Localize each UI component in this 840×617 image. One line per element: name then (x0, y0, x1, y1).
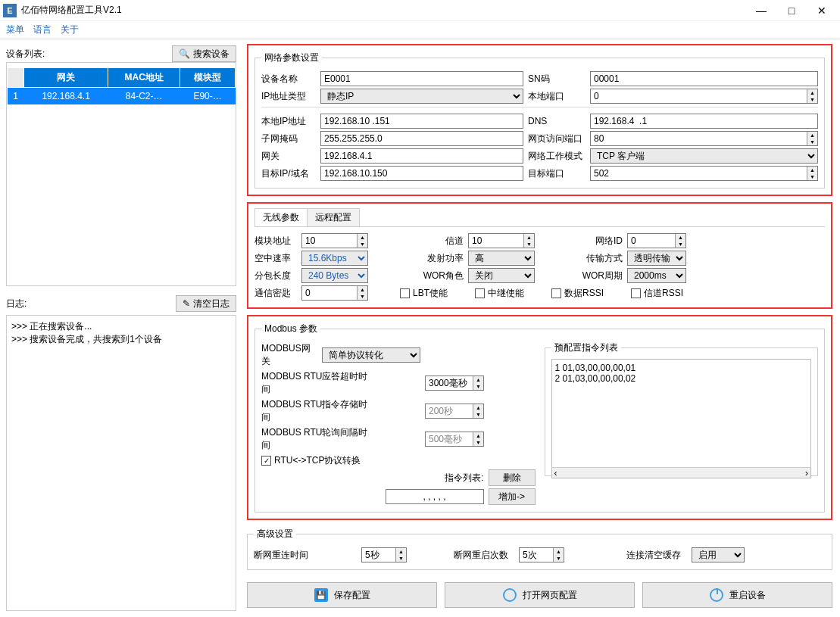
checkbox-icon (631, 288, 641, 298)
web-port-input[interactable] (590, 131, 818, 146)
menu-about[interactable]: 关于 (61, 23, 79, 36)
table-row[interactable]: 1 192.168.4.1 84-C2-… E90-… (8, 88, 236, 105)
log-box[interactable]: >>> 正在搜索设备... >>> 搜索设备完成，共搜索到1个设备 (6, 315, 236, 611)
save-icon: 💾 (314, 588, 328, 602)
device-table-container[interactable]: 网关 MAC地址 模块型 1 192.168.4.1 84-C2-… E90-… (6, 62, 236, 286)
close-button[interactable]: ✕ (807, 1, 837, 20)
ip-type-label: IP地址类型 (261, 90, 316, 103)
spinner-icon[interactable]: ▲▼ (357, 234, 367, 248)
menu-main[interactable]: 菜单 (6, 23, 24, 36)
commkey-label: 通信密匙 (254, 287, 297, 300)
restart-device-button[interactable]: 重启设备 (642, 582, 832, 608)
gateway-label: 网关 (261, 150, 316, 163)
device-name-input[interactable] (320, 71, 523, 86)
preconfig-item[interactable]: 2 01,03,00,00,00,02 (555, 373, 808, 384)
work-mode-select[interactable]: TCP 客户端 (590, 148, 818, 164)
delete-label: 删除 (503, 472, 521, 485)
clear-cache-label: 连接清空缓存 (626, 549, 687, 562)
work-mode-label: 网络工作模式 (528, 150, 586, 163)
spinner-icon[interactable]: ▲▼ (553, 548, 564, 562)
clear-cache-select[interactable]: 启用 (692, 547, 745, 562)
txpower-label: 发射功率 (421, 252, 464, 265)
airrate-select[interactable]: 15.6Kbps (301, 251, 368, 266)
search-device-label: 搜索设备 (193, 48, 230, 61)
tab-remote[interactable]: 远程配置 (307, 208, 360, 226)
scroll-right-icon[interactable]: › (805, 468, 808, 478)
dns-input[interactable] (590, 114, 818, 129)
worrole-select[interactable]: 关闭 (468, 268, 535, 283)
power-icon (710, 588, 723, 602)
modbus-gw-select[interactable]: 简单协议转化 (322, 347, 420, 363)
scrollbar-horizontal[interactable]: ‹› (552, 467, 811, 478)
add-label: 增加-> (498, 491, 525, 503)
target-ip-input[interactable] (320, 166, 523, 181)
txpower-select[interactable]: 高 (468, 251, 535, 266)
spinner-icon[interactable]: ▲▼ (675, 234, 685, 248)
spinner-icon[interactable]: ▲▼ (807, 167, 817, 180)
spinner-icon[interactable]: ▲▼ (807, 89, 817, 103)
lbt-checkbox[interactable]: LBT使能 (400, 287, 448, 300)
cell-mac: 84-C2-… (108, 88, 180, 105)
spinner-icon[interactable]: ▲▼ (807, 132, 817, 145)
local-port-input[interactable] (590, 89, 818, 104)
menu-bar: 菜单 语言 关于 (0, 21, 840, 39)
local-ip-label: 本地IP地址 (261, 115, 316, 128)
col-gateway[interactable]: 网关 (24, 68, 108, 88)
search-device-button[interactable]: 🔍 搜索设备 (172, 45, 236, 62)
wireless-panel: 无线参数 远程配置 模块地址 ▲▼ 信道 ▲▼ 网络ID ▲▼ 空中速率 15.… (247, 202, 832, 309)
add-button[interactable]: 增加-> (489, 488, 536, 505)
reconnect-label: 断网重连时间 (254, 549, 314, 562)
relay-checkbox[interactable]: 中继使能 (475, 287, 524, 300)
packlen-label: 分包长度 (254, 270, 297, 282)
rssi-checkbox[interactable]: 数据RSSI (551, 287, 604, 300)
device-table: 网关 MAC地址 模块型 1 192.168.4.1 84-C2-… E90-… (7, 67, 236, 104)
subnet-input[interactable] (320, 131, 523, 146)
checkbox-icon (475, 288, 485, 298)
rtu-poll-label: MODBUS RTU轮询间隔时间 (261, 426, 373, 452)
delete-button[interactable]: 删除 (489, 469, 536, 486)
gateway-input[interactable] (320, 148, 523, 164)
scroll-left-icon[interactable]: ‹ (554, 468, 557, 478)
local-ip-input[interactable] (320, 114, 523, 129)
rtu-tcp-checkbox[interactable]: ✓RTU<->TCP协议转换 (261, 454, 361, 467)
preconfig-legend: 预配置指令列表 (551, 341, 621, 354)
minimize-button[interactable]: — (746, 1, 776, 20)
open-web-button[interactable]: 打开网页配置 (445, 582, 635, 608)
checkbox-icon: ✓ (261, 456, 271, 466)
advanced-panel: 高级设置 断网重连时间 ▲▼ 断网重启次数 ▲▼ 连接清空缓存 启用 (247, 528, 832, 570)
module-addr-label: 模块地址 (254, 235, 297, 248)
channel-rssi-checkbox[interactable]: 信道RSSI (631, 287, 683, 300)
cell-model: E90-… (180, 88, 236, 105)
app-logo-icon: E (3, 4, 17, 17)
sn-input[interactable] (590, 71, 818, 86)
spinner-icon[interactable]: ▲▼ (473, 376, 483, 390)
preconfig-list[interactable]: 1 01,03,00,00,00,01 2 01,03,00,00,00,02 … (551, 359, 812, 478)
col-mac[interactable]: MAC地址 (108, 68, 180, 88)
cmd-input[interactable] (386, 489, 484, 504)
packlen-select[interactable]: 240 Bytes (301, 268, 368, 283)
clear-log-button[interactable]: ✎ 清空日志 (176, 295, 236, 312)
checkbox-icon (551, 288, 561, 298)
device-list-label: 设备列表: (6, 48, 167, 61)
window-title: 亿佰特网络配置工具V2.1 (21, 4, 746, 17)
ip-type-select[interactable]: 静态IP (320, 89, 523, 104)
col-model[interactable]: 模块型 (180, 68, 236, 88)
preconfig-item[interactable]: 1 01,03,00,00,00,01 (555, 363, 808, 373)
modbus-legend: Modbus 参数 (261, 323, 320, 335)
maximize-button[interactable]: □ (776, 1, 807, 20)
cmd-list-label: 指令列表: (445, 472, 483, 485)
tab-wireless[interactable]: 无线参数 (254, 208, 308, 226)
spinner-icon[interactable]: ▲▼ (523, 234, 534, 248)
subnet-label: 子网掩码 (261, 132, 316, 145)
worcycle-select[interactable]: 2000ms (627, 268, 686, 283)
save-config-button[interactable]: 💾 保存配置 (247, 582, 437, 608)
cell-gateway: 192.168.4.1 (24, 88, 108, 105)
transmode-select[interactable]: 透明传输 (627, 251, 686, 266)
spinner-icon[interactable]: ▲▼ (395, 548, 406, 562)
rtu-tcp-label: RTU<->TCP协议转换 (274, 454, 361, 467)
spinner-icon[interactable]: ▲▼ (357, 286, 367, 300)
menu-language[interactable]: 语言 (33, 23, 52, 36)
bottom-buttons: 💾 保存配置 打开网页配置 重启设备 (247, 582, 832, 608)
target-port-input[interactable] (590, 166, 818, 181)
open-web-label: 打开网页配置 (523, 589, 577, 602)
